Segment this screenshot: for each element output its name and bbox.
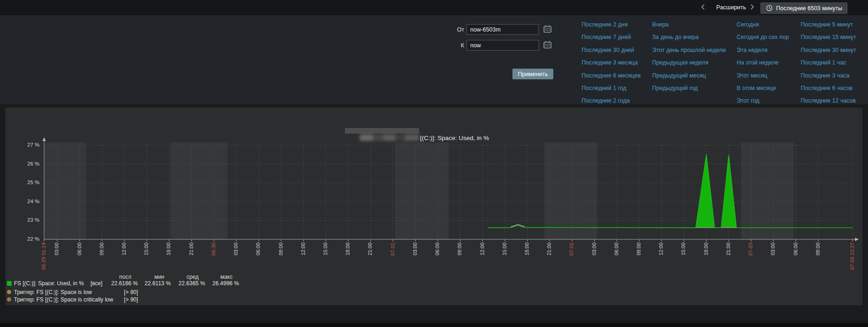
legend-value: 22.6113 %	[139, 280, 171, 287]
x-axis-label: 12:00	[121, 243, 127, 256]
quick-range-link[interactable]: Вчера	[652, 21, 668, 28]
apply-button[interactable]: Применить	[512, 69, 553, 79]
quick-range-link[interactable]: Последние 3 часа	[801, 72, 849, 79]
plot-band	[170, 142, 227, 239]
x-axis-label: 03:00	[54, 243, 60, 256]
from-input[interactable]	[466, 24, 539, 35]
quick-range-link[interactable]: Последние 2 года	[582, 97, 629, 104]
y-axis-label: 23 %	[18, 217, 39, 223]
quick-range-link[interactable]: Последние 6 часов	[801, 85, 853, 91]
quick-range-link[interactable]: Этот год	[737, 97, 759, 104]
series-line	[488, 154, 853, 228]
quick-range-link[interactable]: Сегодня	[737, 21, 759, 28]
x-axis-label: 07-02	[569, 243, 575, 256]
x-axis-label: 15:00	[143, 243, 149, 256]
x-axis-label: 18:00	[703, 243, 709, 256]
legend-header: посл	[95, 274, 131, 280]
y-axis-label: 24 %	[18, 199, 39, 204]
quick-range-link[interactable]: Последние 15 минут	[801, 34, 856, 40]
quick-range-link[interactable]: За день до вчера	[652, 34, 699, 40]
x-axis-label: 21:00	[725, 243, 732, 256]
from-calendar-button[interactable]	[542, 25, 552, 35]
legend-threshold: [> 80]	[124, 289, 138, 295]
time-range-label: Последние 6503 минуты	[776, 5, 842, 12]
quick-range-link[interactable]: Последний 1 год	[582, 85, 626, 91]
x-axis-label: 06:00	[793, 243, 799, 256]
clock-icon	[766, 5, 773, 12]
time-range-button[interactable]: Последние 6503 минуты	[760, 2, 848, 14]
legend-threshold: [> 90]	[124, 296, 138, 303]
quick-range-link[interactable]: Последние 7 дней	[582, 34, 631, 40]
page: Расширить Последние 6503 минуты От К	[0, 0, 868, 327]
x-axis-label: 12:00	[658, 243, 664, 256]
quick-range-link[interactable]: Эта неделя	[737, 47, 767, 53]
x-axis-label: 12:00	[300, 243, 306, 256]
legend-header: сред	[172, 274, 199, 280]
quick-range-link[interactable]: Этот день прошлой недели	[652, 47, 726, 53]
legend-value: 26.4996 %	[206, 280, 239, 287]
plot-band	[395, 142, 449, 239]
plot-band	[44, 142, 86, 239]
quick-range-link[interactable]: Последние 3 месяца	[582, 59, 638, 66]
x-axis-label: 09:00	[457, 243, 463, 256]
legend-name: Триггер: FS [(C:)]: Space is low	[14, 289, 92, 295]
time-filter-panel: От К Применить Последние 2 дняПоследние …	[0, 15, 868, 104]
x-axis-label: 03:00	[770, 243, 776, 256]
quick-range-link[interactable]: Сегодня до сих пор	[737, 34, 789, 40]
from-label: От	[446, 26, 464, 33]
x-axis-label: 18:00	[166, 243, 172, 256]
legend-name: Триггер: FS [(C:)]: Space is critically …	[14, 296, 113, 303]
legend-swatch	[7, 297, 11, 301]
quick-range-link[interactable]: Последние 30 минут	[801, 47, 856, 53]
x-axis-label: 07-03	[748, 243, 754, 256]
x-axis-label: 18:00	[524, 243, 530, 256]
x-axis-label: 06-30	[211, 243, 217, 256]
chevron-right-icon	[750, 4, 755, 12]
bottom-strip	[0, 323, 868, 327]
legend-header: макс	[206, 274, 233, 280]
y-axis-label: 25 %	[18, 180, 39, 185]
x-axis-label: 07-03 13:37	[849, 243, 855, 270]
nav-forward-button[interactable]	[748, 3, 757, 13]
quick-range-link[interactable]: Последние 2 дня	[582, 21, 628, 28]
x-axis-label: 09:00	[636, 243, 642, 256]
to-calendar-button[interactable]	[542, 40, 552, 51]
calendar-icon	[544, 25, 551, 35]
chevron-left-icon	[700, 4, 705, 12]
legend-value: 22.6365 %	[172, 280, 205, 287]
quick-range-link[interactable]: Последние 30 дней	[582, 47, 634, 53]
quick-range-link[interactable]: Последние 6 месяцев	[582, 72, 641, 79]
graph-widget: [(C:)]: Space: Used, in % 27 %26 %25 %24…	[6, 108, 862, 305]
to-label: К	[446, 42, 464, 49]
quick-range-link[interactable]: Последний 1 час	[801, 59, 846, 66]
quick-range-link[interactable]: На этой неделе	[737, 59, 778, 66]
y-axis-arrow-icon	[43, 137, 46, 141]
quick-range-link[interactable]: Предыдущий месяц	[652, 72, 706, 79]
to-input[interactable]	[466, 40, 539, 51]
quick-range-link[interactable]: В этом месяце	[737, 85, 776, 91]
nav-back-button[interactable]	[699, 3, 707, 13]
x-axis-label: 03:00	[233, 243, 239, 256]
quick-range-link[interactable]: Этот месяц	[737, 72, 767, 79]
x-axis-label: 09:00	[278, 243, 284, 256]
quick-range-link[interactable]: Предыдущая неделя	[652, 59, 708, 66]
x-axis-label: 15:00	[323, 243, 329, 256]
plot-band	[741, 142, 794, 239]
zoom-out-button[interactable]: Расширить	[716, 4, 746, 11]
y-axis-label: 26 %	[18, 161, 39, 167]
legend-value: 22.6166 %	[95, 280, 138, 287]
x-axis-label: 06:00	[77, 243, 83, 256]
x-axis-label: 09:00	[815, 243, 821, 256]
x-axis-label: 18:00	[345, 243, 351, 256]
quick-range-link[interactable]: Последние 12 часов	[801, 97, 856, 104]
y-axis-label: 27 %	[18, 142, 39, 147]
quick-range-link[interactable]: Последние 5 минут	[801, 21, 853, 28]
legend-name: FS [(C:)]: Space: Used, in %	[14, 280, 84, 287]
x-axis-label: 21:00	[367, 243, 373, 256]
y-axis-label: 22 %	[18, 236, 39, 242]
plot-band	[544, 142, 597, 239]
x-axis-label: 03:00	[412, 243, 418, 256]
quick-range-link[interactable]: Предыдущий год	[652, 85, 698, 91]
calendar-icon	[544, 41, 551, 51]
plot-svg	[6, 108, 862, 305]
